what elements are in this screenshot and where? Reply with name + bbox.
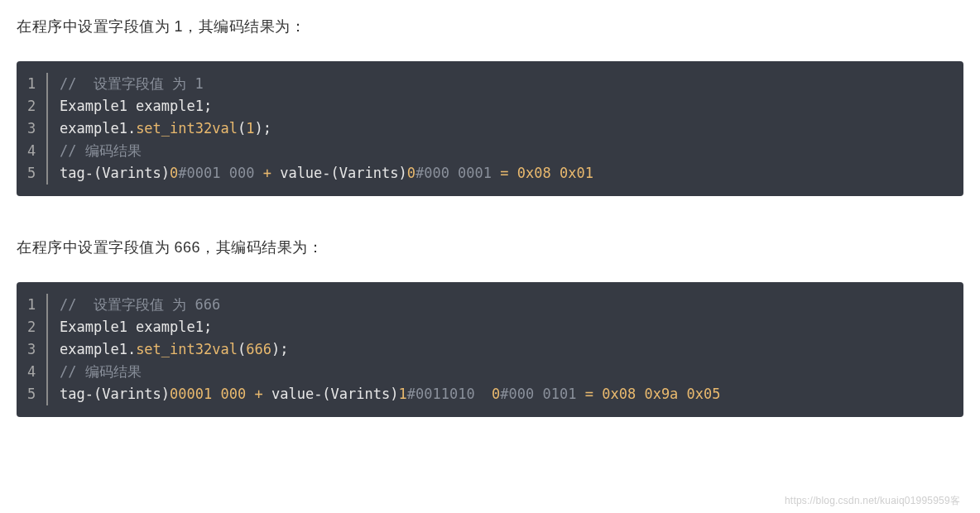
line-number: 4 [17,361,46,383]
code-text: example1.set_int32val(1); [60,117,271,140]
line-number: 2 [17,316,46,338]
gutter-line [46,140,48,162]
gutter-line [46,316,48,338]
code-text: // 设置字段值 为 666 [60,294,220,316]
code-block-1: 1// 设置字段值 为 12Example1 example1;3example… [17,61,963,196]
code-text: tag-(Varints)00001 000 + value-(Varints)… [60,383,721,405]
line-number: 5 [17,162,46,185]
code-text: example1.set_int32val(666); [60,338,288,361]
line-number: 2 [17,95,46,117]
code-row: 5tag-(Varints)00001 000 + value-(Varints… [17,383,963,405]
gutter-line [46,383,48,405]
line-number: 1 [17,73,46,95]
watermark-text: https://blog.csdn.net/kuaiq01995959客 [785,494,960,508]
code-row: 2Example1 example1; [17,316,963,338]
intro-paragraph-1: 在程序中设置字段值为 1，其编码结果为： [17,17,963,36]
code-row: 3example1.set_int32val(1); [17,117,963,140]
code-row: 4// 编码结果 [17,361,963,383]
code-row: 4// 编码结果 [17,140,963,162]
code-row: 2Example1 example1; [17,95,963,117]
code-text: tag-(Varints)0#0001 000 + value-(Varints… [60,162,593,185]
code-row: 1// 设置字段值 为 1 [17,73,963,95]
code-text: Example1 example1; [60,316,212,338]
gutter-line [46,73,48,95]
code-text: // 设置字段值 为 1 [60,73,204,95]
line-number: 4 [17,140,46,162]
gutter-line [46,95,48,117]
gutter-line [46,294,48,316]
intro-paragraph-2: 在程序中设置字段值为 666，其编码结果为： [17,237,963,257]
gutter-line [46,361,48,383]
code-block-2: 1// 设置字段值 为 6662Example1 example1;3examp… [17,282,963,417]
code-text: // 编码结果 [60,140,142,162]
code-text: Example1 example1; [60,95,212,117]
code-row: 3example1.set_int32val(666); [17,338,963,361]
gutter-line [46,338,48,361]
line-number: 1 [17,294,46,316]
line-number: 3 [17,338,46,361]
gutter-line [46,117,48,140]
code-row: 1// 设置字段值 为 666 [17,294,963,316]
code-text: // 编码结果 [60,361,142,383]
gutter-line [46,162,48,185]
line-number: 3 [17,117,46,140]
code-row: 5tag-(Varints)0#0001 000 + value-(Varint… [17,162,963,185]
line-number: 5 [17,383,46,405]
